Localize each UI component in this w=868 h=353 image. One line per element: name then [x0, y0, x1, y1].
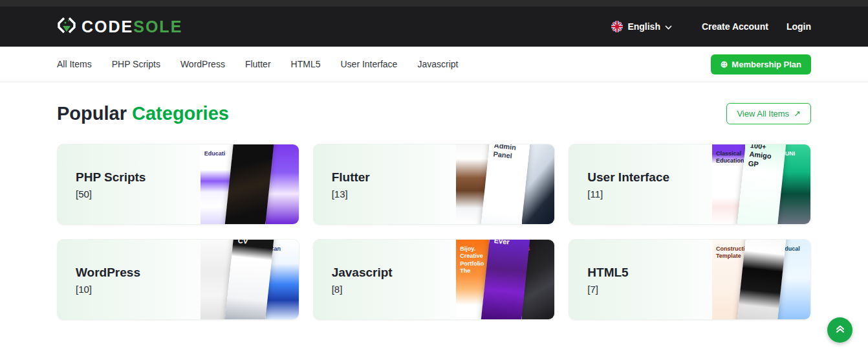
nav-item-user-interface[interactable]: User Interface [340, 59, 397, 69]
logo[interactable]: CODESOLE [57, 16, 182, 38]
category-count: [10] [76, 283, 140, 294]
nav-item-flutter[interactable]: Flutter [245, 59, 271, 69]
category-nav: All Items PHP Scripts WordPress Flutter … [0, 47, 868, 82]
category-name: User Interface [587, 170, 669, 184]
card-text: HTML5 [7] [587, 265, 628, 294]
codesole-logo-icon [57, 16, 76, 38]
create-account-link[interactable]: Create Account [702, 21, 768, 32]
arrow-up-right-icon: ↗ [794, 109, 801, 119]
nav-item-all-items[interactable]: All Items [57, 59, 92, 69]
card-text: Flutter [13] [332, 170, 370, 199]
header-right: English Create Account Login [611, 21, 811, 32]
card-text: Javascript [8] [332, 265, 393, 294]
category-thumbnails: Bijoy. Creative Portfolio The Ever B [456, 240, 554, 319]
nav-items: All Items PHP Scripts WordPress Flutter … [57, 59, 458, 69]
membership-plan-button[interactable]: ⊕ Membership Plan [711, 54, 811, 74]
category-name: Javascript [332, 265, 393, 279]
popular-categories-section: Popular Categories View All Items ↗ PHP … [0, 82, 868, 320]
login-link[interactable]: Login [787, 21, 811, 32]
category-thumbnails: CV Can [201, 240, 299, 319]
site-header: CODESOLE English Create Account Login [0, 6, 868, 47]
category-thumbnails: Admin Panel [456, 144, 554, 224]
category-name: PHP Scripts [76, 170, 146, 184]
chevron-down-icon [665, 21, 672, 32]
top-strip [0, 0, 868, 6]
nav-item-html5[interactable]: HTML5 [291, 59, 321, 69]
category-card-php-scripts[interactable]: PHP Scripts [50] Educati [57, 144, 299, 225]
category-count: [13] [332, 188, 370, 199]
plus-circle-icon: ⊕ [721, 60, 728, 69]
card-text: WordPress [10] [76, 265, 140, 294]
card-text: User Interface [11] [587, 170, 669, 199]
categories-grid: PHP Scripts [50] Educati Flutter [13] Ad… [57, 144, 811, 320]
page-title: Popular Categories [57, 103, 229, 124]
view-all-label: View All Items [737, 109, 789, 119]
language-label: English [627, 21, 660, 32]
logo-text: CODESOLE [81, 17, 182, 36]
category-count: [8] [332, 283, 393, 294]
category-name: HTML5 [587, 265, 628, 279]
category-name: Flutter [332, 170, 370, 184]
category-card-javascript[interactable]: Javascript [8] Bijoy. Creative Portfolio… [313, 239, 556, 320]
section-head: Popular Categories View All Items ↗ [57, 103, 811, 124]
nav-item-wordpress[interactable]: WordPress [180, 59, 225, 69]
category-thumbnails: Constructio Template Bik educal [712, 240, 810, 319]
category-card-user-interface[interactable]: User Interface [11] Classical Education … [569, 144, 811, 225]
category-thumbnails: Educati [201, 144, 299, 224]
category-card-html5[interactable]: HTML5 [7] Constructio Template Bik educa… [569, 239, 811, 320]
category-card-wordpress[interactable]: WordPress [10] CV Can [57, 239, 299, 320]
nav-item-php-scripts[interactable]: PHP Scripts [112, 59, 160, 69]
category-thumbnails: Classical Education 100+ Amigo GP FUNI [712, 144, 810, 224]
uk-flag-icon [611, 21, 623, 32]
scroll-to-top-button[interactable] [827, 317, 852, 343]
membership-plan-label: Membership Plan [732, 60, 801, 69]
category-name: WordPress [76, 265, 140, 279]
category-count: [7] [587, 283, 628, 294]
nav-item-javascript[interactable]: Javascript [417, 59, 458, 69]
view-all-items-button[interactable]: View All Items ↗ [726, 103, 811, 124]
language-selector[interactable]: English [611, 21, 672, 32]
category-count: [11] [587, 188, 669, 199]
card-text: PHP Scripts [50] [76, 170, 146, 199]
double-chevron-up-icon [835, 324, 845, 336]
category-count: [50] [76, 188, 146, 199]
category-card-flutter[interactable]: Flutter [13] Admin Panel [313, 144, 556, 225]
